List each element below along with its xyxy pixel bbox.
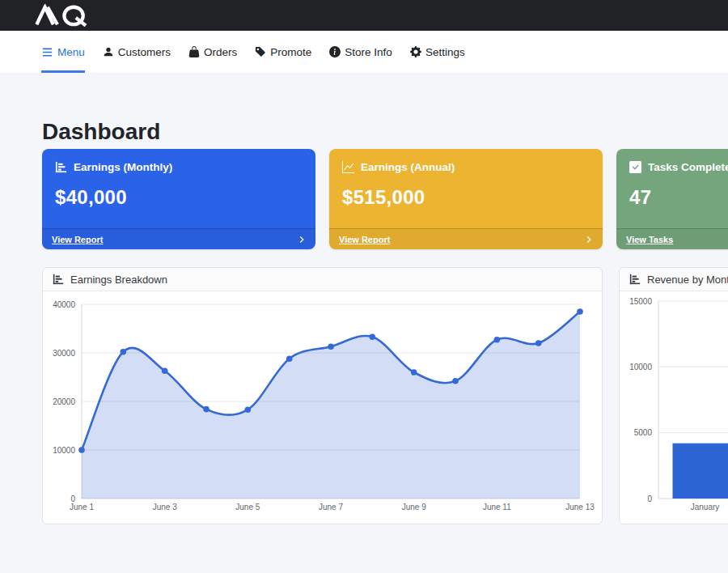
- earnings-breakdown-panel: Earnings Breakdown 010000200003000040000…: [42, 267, 603, 524]
- bar-chart-icon: [53, 274, 64, 285]
- panel-title: Revenue by Month: [647, 274, 728, 286]
- svg-text:0: 0: [70, 494, 75, 503]
- card-title: Earnings (Monthly): [74, 161, 172, 173]
- svg-text:June 13: June 13: [565, 503, 595, 511]
- card-link-label: View Report: [339, 235, 390, 244]
- svg-text:5000: 5000: [634, 428, 653, 437]
- page-title: Dashboard: [42, 120, 728, 144]
- revenue-bar-chart: 050001000015000January: [620, 291, 728, 524]
- nav-item-settings[interactable]: Settings: [410, 31, 465, 73]
- nav-item-store-info[interactable]: Store Info: [329, 31, 392, 73]
- app-window: Menu Customers Orders Promote Store Info…: [0, 0, 728, 573]
- check-square-icon: [629, 161, 641, 173]
- card-value: $515,000: [342, 186, 590, 209]
- card-title: Tasks Completed: [648, 161, 728, 173]
- revenue-by-month-panel: Revenue by Month 050001000015000January: [619, 267, 728, 524]
- svg-text:20000: 20000: [53, 397, 75, 406]
- svg-text:15000: 15000: [629, 297, 652, 306]
- charts-row: Earnings Breakdown 010000200003000040000…: [42, 267, 728, 524]
- brand-logo[interactable]: [32, 4, 94, 27]
- bag-icon: [188, 46, 200, 57]
- card-tasks-completed: Tasks Completed 47 View Tasks: [616, 149, 728, 249]
- nav-item-label: Menu: [57, 46, 85, 58]
- nav-item-label: Promote: [270, 46, 311, 58]
- main-nav: Menu Customers Orders Promote Store Info…: [0, 31, 728, 73]
- nav-item-label: Settings: [425, 46, 465, 58]
- card-title: Earnings (Annual): [361, 161, 455, 173]
- nav-item-customers[interactable]: Customers: [103, 31, 171, 73]
- nav-item-label: Store Info: [345, 46, 392, 58]
- svg-text:June 5: June 5: [235, 503, 260, 511]
- line-chart-icon: [342, 161, 354, 173]
- nav-item-orders[interactable]: Orders: [188, 31, 237, 73]
- top-bar: [0, 0, 728, 31]
- card-link-label: View Report: [52, 235, 103, 244]
- svg-text:40000: 40000: [53, 300, 75, 309]
- card-link-label: View Tasks: [626, 235, 673, 244]
- svg-text:January: January: [691, 503, 720, 511]
- card-earnings-annual: Earnings (Annual) $515,000 View Report: [329, 149, 603, 249]
- hamburger-icon: [41, 46, 53, 58]
- svg-text:June 11: June 11: [483, 503, 511, 511]
- card-earnings-monthly: Earnings (Monthly) $40,000 View Report: [42, 149, 315, 249]
- info-icon: [329, 46, 341, 57]
- nav-item-label: Customers: [118, 46, 171, 58]
- svg-text:June 7: June 7: [319, 503, 343, 511]
- svg-text:0: 0: [647, 494, 652, 503]
- svg-text:10000: 10000: [629, 363, 652, 371]
- svg-text:30000: 30000: [53, 349, 75, 358]
- svg-text:June 3: June 3: [153, 503, 177, 511]
- stat-cards-row: Earnings (Monthly) $40,000 View Report E…: [42, 149, 728, 249]
- svg-text:10000: 10000: [53, 446, 75, 455]
- view-tasks-link[interactable]: View Tasks: [616, 228, 728, 249]
- earnings-line-chart: 010000200003000040000June 1June 3June 5J…: [43, 291, 602, 524]
- svg-text:June 9: June 9: [402, 503, 426, 511]
- nav-item-label: Orders: [204, 46, 237, 58]
- card-value: $40,000: [55, 186, 303, 209]
- svg-text:June 1: June 1: [70, 503, 94, 511]
- card-value: 47: [629, 186, 728, 209]
- panel-title: Earnings Breakdown: [70, 274, 167, 286]
- chevron-right-icon: [585, 236, 593, 244]
- nav-item-promote[interactable]: Promote: [255, 31, 311, 73]
- bar-chart-icon: [55, 161, 67, 173]
- chevron-right-icon: [298, 236, 306, 244]
- view-report-link[interactable]: View Report: [42, 228, 315, 249]
- person-icon: [103, 46, 114, 57]
- view-report-link[interactable]: View Report: [329, 228, 603, 249]
- tag-icon: [255, 46, 266, 57]
- gear-icon: [410, 46, 421, 57]
- bar-chart-icon: [629, 274, 641, 285]
- brand-logo-icon: [32, 4, 94, 27]
- nav-item-menu[interactable]: Menu: [41, 31, 85, 73]
